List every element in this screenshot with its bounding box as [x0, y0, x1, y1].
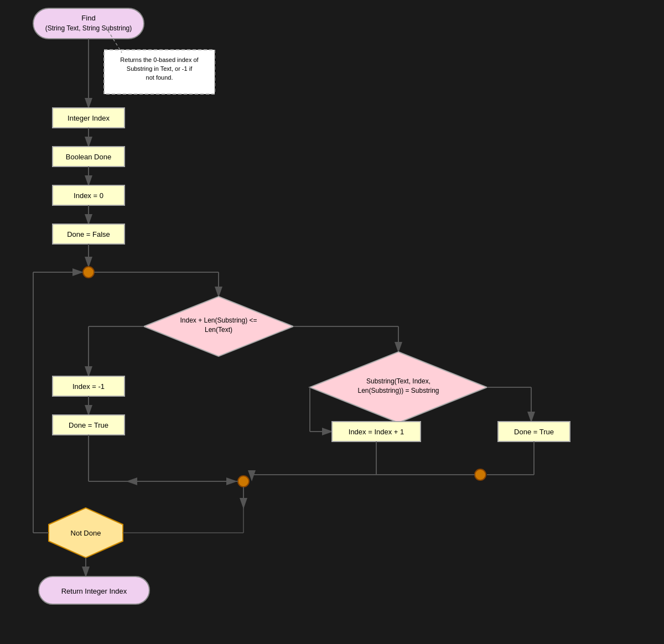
- svg-text:Return Integer Index: Return Integer Index: [61, 587, 127, 595]
- svg-text:Len(Text): Len(Text): [205, 326, 232, 334]
- svg-text:Integer Index: Integer Index: [68, 114, 110, 122]
- svg-text:Index = Index + 1: Index = Index + 1: [349, 428, 404, 436]
- svg-text:Returns the 0-based index of: Returns the 0-based index of: [120, 56, 199, 63]
- svg-text:Substring(Text, Index,: Substring(Text, Index,: [366, 377, 430, 385]
- svg-text:Index + Len(Substring) <=: Index + Len(Substring) <=: [180, 316, 257, 324]
- svg-point-57: [475, 469, 486, 480]
- svg-text:Index = 0: Index = 0: [74, 191, 103, 200]
- svg-text:Substring in Text, or -1 if: Substring in Text, or -1 if: [127, 65, 193, 72]
- svg-text:(String Text, String Substring: (String Text, String Substring): [45, 24, 132, 32]
- svg-text:Index = -1: Index = -1: [72, 382, 105, 391]
- svg-text:Find: Find: [81, 14, 95, 22]
- svg-text:Not Done: Not Done: [71, 529, 101, 537]
- svg-text:not found.: not found.: [146, 74, 173, 81]
- flowchart-svg: Find (String Text, String Substring) Ret…: [0, 0, 664, 644]
- svg-text:Boolean Done: Boolean Done: [66, 153, 111, 161]
- svg-point-23: [83, 267, 94, 278]
- svg-text:Len(Substring)) = Substring: Len(Substring)) = Substring: [357, 387, 439, 394]
- svg-rect-2: [33, 8, 144, 39]
- svg-text:Done = False: Done = False: [67, 230, 110, 238]
- svg-point-38: [238, 476, 249, 487]
- svg-text:Done = True: Done = True: [69, 421, 108, 429]
- flowchart: Find (String Text, String Substring) Ret…: [0, 0, 664, 644]
- svg-text:Done = True: Done = True: [514, 428, 554, 436]
